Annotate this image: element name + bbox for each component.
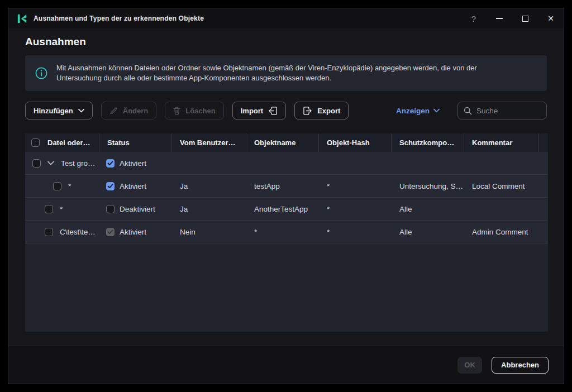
ok-button[interactable]: OK: [457, 357, 482, 374]
search-input[interactable]: [476, 107, 541, 115]
row-name: *: [60, 205, 63, 213]
cell-objecthash: [319, 152, 392, 174]
titlebar: Ausnahmen und Typen der zu erkennenden O…: [8, 8, 564, 28]
column-header-comment: Kommentar: [464, 133, 538, 152]
row-select-checkbox[interactable]: [45, 228, 53, 236]
exclusions-table: Datei oder… Status Vom Benutzer… Objektn…: [25, 133, 548, 332]
toolbar: Hinzufügen Ändern Löschen Import: [25, 102, 547, 119]
cell-objecthash: *: [319, 175, 392, 197]
cell-components: [392, 152, 464, 174]
cell-spacer: [538, 198, 548, 220]
cell-objecthash: *: [319, 198, 392, 220]
chevron-down-icon[interactable]: [47, 161, 54, 165]
row-name: C\test\te…: [60, 228, 96, 236]
minimize-icon[interactable]: [487, 8, 512, 28]
table-row[interactable]: * Deaktiviert Ja AnotherTestApp * Alle: [25, 198, 548, 221]
search-box[interactable]: [457, 102, 547, 119]
table-row[interactable]: * Aktiviert Ja testApp * Untersuchung, S…: [25, 175, 548, 198]
chevron-down-icon: [433, 108, 440, 113]
row-select-checkbox[interactable]: [32, 159, 41, 168]
row-name: Test gro…: [61, 159, 96, 168]
window-controls: ? ✕: [461, 8, 564, 28]
cell-user: Ja: [172, 198, 246, 220]
import-icon: [268, 107, 278, 115]
info-text: Mit Ausnahmen können Dateien oder Ordner…: [56, 63, 520, 83]
cell-objectname: AnotherTestApp: [246, 198, 319, 220]
cell-objectname: *: [246, 221, 319, 243]
cell-name: Test gro…: [25, 152, 99, 174]
table-header: Datei oder… Status Vom Benutzer… Objektn…: [25, 133, 548, 152]
cell-status: Aktiviert: [99, 152, 172, 174]
info-banner: Mit Ausnahmen können Dateien oder Ordner…: [25, 55, 547, 91]
cell-spacer: [538, 175, 548, 197]
cell-status: Deaktiviert: [99, 198, 172, 220]
status-label: Aktiviert: [120, 182, 146, 190]
chevron-down-icon: [78, 108, 84, 113]
cell-comment: Admin Comment: [464, 221, 538, 243]
cell-spacer: [538, 152, 548, 174]
cell-comment: [464, 198, 538, 220]
status-checkbox[interactable]: [106, 159, 115, 168]
status-checkbox-disabled: [106, 228, 115, 236]
edit-button[interactable]: Ändern: [101, 102, 157, 119]
cell-user: Ja: [172, 175, 246, 197]
cell-comment: [464, 152, 538, 174]
column-label: Datei oder…: [47, 138, 90, 147]
help-icon[interactable]: ?: [461, 8, 487, 28]
cell-user: Nein: [172, 221, 246, 243]
cancel-button[interactable]: Abbrechen: [492, 357, 549, 374]
select-all-checkbox[interactable]: [31, 138, 40, 147]
status-label: Aktiviert: [120, 159, 146, 168]
pencil-icon: [109, 107, 118, 115]
add-button[interactable]: Hinzufügen: [25, 102, 93, 119]
view-dropdown[interactable]: Anzeigen: [396, 107, 440, 115]
status-checkbox[interactable]: [106, 182, 115, 190]
search-icon: [464, 107, 472, 115]
page-title: Ausnahmen: [25, 36, 547, 48]
view-dropdown-label: Anzeigen: [396, 107, 430, 115]
cell-components: Alle: [392, 198, 464, 220]
trash-icon: [173, 107, 180, 115]
kaspersky-logo-icon: [17, 14, 27, 23]
cell-name: *: [25, 175, 99, 197]
edit-button-label: Ändern: [123, 107, 149, 115]
status-label: Deaktiviert: [120, 205, 155, 213]
table-row[interactable]: C\test\te… Aktiviert Nein * * Alle Admin…: [25, 221, 548, 243]
cell-components: Alle: [392, 221, 464, 243]
column-header-components: Schutzkompo…: [392, 133, 464, 152]
table-empty-area: [25, 243, 548, 332]
column-header-status: Status: [99, 133, 172, 152]
add-button-label: Hinzufügen: [34, 107, 73, 115]
import-button-label: Import: [241, 107, 263, 115]
column-header-file: Datei oder…: [25, 133, 99, 152]
cell-status: Aktiviert: [99, 221, 172, 243]
row-select-checkbox[interactable]: [45, 205, 53, 213]
import-button[interactable]: Import: [232, 102, 286, 119]
status-label: Aktiviert: [120, 228, 146, 236]
window-title: Ausnahmen und Typen der zu erkennenden O…: [34, 15, 204, 22]
screen: Ausnahmen und Typen der zu erkennenden O…: [0, 0, 572, 392]
row-name: *: [68, 182, 71, 190]
column-header-spacer: [538, 133, 548, 152]
dialog-footer: OK Abbrechen: [8, 346, 564, 384]
info-icon: [35, 67, 47, 79]
cell-objectname: [246, 152, 319, 174]
table-row-group[interactable]: Test gro… Aktiviert: [25, 152, 548, 175]
cell-spacer: [538, 221, 548, 243]
cell-status: Aktiviert: [99, 175, 172, 197]
column-header-objectname: Objektname: [246, 133, 319, 152]
delete-button-label: Löschen: [185, 107, 215, 115]
cell-name: *: [25, 198, 99, 220]
row-select-checkbox[interactable]: [53, 182, 61, 190]
cell-components: Untersuchung, S…: [392, 175, 464, 197]
cell-comment: Local Comment: [464, 175, 538, 197]
maximize-icon[interactable]: [512, 8, 538, 28]
export-icon: [303, 107, 312, 115]
cell-user: [172, 152, 246, 174]
close-icon[interactable]: ✕: [538, 8, 564, 28]
export-button-label: Export: [317, 107, 340, 115]
column-header-user: Vom Benutzer…: [172, 133, 246, 152]
delete-button[interactable]: Löschen: [165, 102, 223, 119]
status-checkbox[interactable]: [106, 205, 115, 213]
export-button[interactable]: Export: [294, 102, 349, 119]
